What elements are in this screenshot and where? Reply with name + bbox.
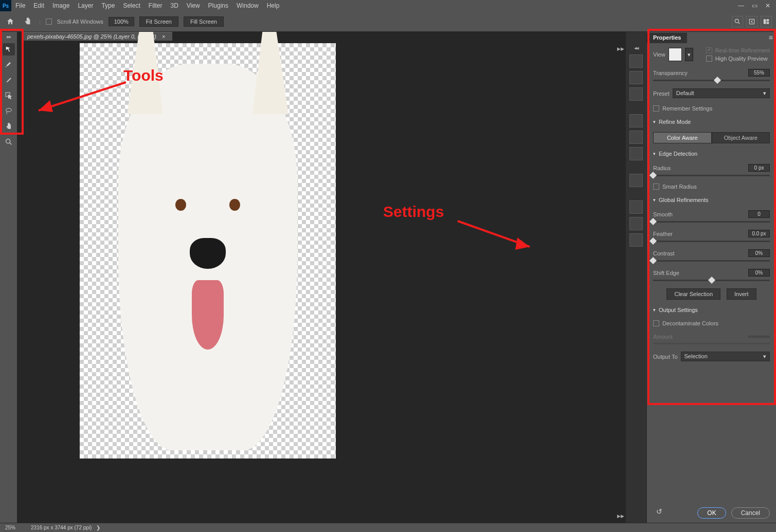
svg-point-6 bbox=[6, 108, 11, 112]
object-selection-tool[interactable] bbox=[3, 89, 15, 102]
collapsed-panel-icon[interactable] bbox=[629, 217, 643, 230]
menu-edit[interactable]: Edit bbox=[29, 0, 48, 11]
view-mode-thumbnail[interactable] bbox=[669, 48, 682, 61]
menu-layer[interactable]: Layer bbox=[74, 0, 97, 11]
amount-value bbox=[748, 336, 770, 338]
menu-3d[interactable]: 3D bbox=[166, 0, 182, 11]
contrast-label: Contrast bbox=[653, 250, 675, 256]
scroll-all-checkbox[interactable] bbox=[46, 19, 52, 25]
cancel-button[interactable]: Cancel bbox=[731, 507, 770, 519]
preset-value: Default bbox=[676, 90, 694, 97]
smooth-slider[interactable] bbox=[653, 221, 770, 223]
expand-tools-icon[interactable]: ▶▶ bbox=[7, 35, 11, 40]
status-zoom[interactable]: 25% bbox=[5, 525, 15, 530]
window-restore-icon[interactable]: ▭ bbox=[750, 2, 759, 10]
view-mode-dropdown[interactable]: ▾ bbox=[685, 48, 693, 61]
contrast-value[interactable]: 0% bbox=[748, 249, 770, 257]
preset-label: Preset bbox=[653, 90, 670, 97]
zoom-percent-field[interactable]: 100% bbox=[109, 17, 134, 26]
menu-view[interactable]: View bbox=[183, 0, 204, 11]
collapsed-panel-icon[interactable] bbox=[629, 131, 643, 144]
radius-slider[interactable] bbox=[653, 175, 770, 176]
hand-tool-icon[interactable] bbox=[22, 15, 34, 28]
menu-file[interactable]: File bbox=[11, 0, 29, 11]
shift-edge-slider[interactable] bbox=[653, 280, 770, 281]
decontaminate-checkbox[interactable] bbox=[653, 320, 659, 326]
smooth-value[interactable]: 0 bbox=[748, 210, 770, 218]
expand-side-icon[interactable]: ◀◀ bbox=[634, 46, 638, 51]
options-bar: | Scroll All Windows 100% Fit Screen Fil… bbox=[0, 11, 776, 32]
output-settings-header[interactable]: ▾Output Settings bbox=[653, 307, 770, 313]
hq-preview-label: High Quality Preview bbox=[715, 56, 768, 62]
collapsed-panel-icon[interactable] bbox=[629, 147, 643, 160]
menu-image[interactable]: Image bbox=[48, 0, 74, 11]
refine-mode-header[interactable]: ▾Refine Mode bbox=[653, 119, 770, 125]
document-viewport[interactable]: pexels-pixabay-46505.jpg @ 25% (Layer 0,… bbox=[17, 32, 626, 523]
transparency-label: Transparency bbox=[653, 70, 688, 76]
collapsed-panel-icon[interactable] bbox=[629, 87, 643, 101]
quick-selection-tool[interactable] bbox=[3, 43, 15, 56]
remember-settings-label: Remember Settings bbox=[662, 105, 712, 112]
clear-selection-button[interactable]: Clear Selection bbox=[666, 288, 720, 300]
svg-rect-4 bbox=[767, 22, 769, 24]
transparency-slider[interactable] bbox=[653, 80, 770, 81]
collapsed-panel-icon[interactable] bbox=[629, 174, 643, 187]
reset-icon[interactable]: ↺ bbox=[653, 507, 662, 519]
collapsed-panel-icon[interactable] bbox=[629, 114, 643, 127]
transparency-value[interactable]: 55% bbox=[748, 69, 770, 77]
shift-edge-value[interactable]: 0% bbox=[748, 269, 770, 277]
amount-slider bbox=[653, 343, 770, 344]
output-to-select[interactable]: Selection▾ bbox=[681, 352, 770, 361]
collapsed-panel-icon[interactable] bbox=[629, 200, 643, 214]
edge-detection-header[interactable]: ▾Edge Detection bbox=[653, 151, 770, 157]
smart-radius-checkbox[interactable] bbox=[653, 184, 659, 190]
global-refinements-label: Global Refinements bbox=[659, 197, 709, 203]
menu-filter[interactable]: Filter bbox=[145, 0, 167, 11]
feather-slider[interactable] bbox=[653, 241, 770, 242]
panel-menu-icon[interactable]: ≡ bbox=[766, 33, 776, 42]
menu-select[interactable]: Select bbox=[119, 0, 144, 11]
close-document-icon[interactable]: × bbox=[162, 33, 165, 40]
share-icon[interactable] bbox=[746, 16, 757, 27]
feather-value[interactable]: 0.0 px bbox=[748, 230, 770, 237]
fill-screen-button[interactable]: Fill Screen bbox=[184, 16, 224, 27]
smart-radius-label: Smart Radius bbox=[662, 184, 697, 190]
svg-point-0 bbox=[735, 19, 738, 23]
radius-label: Radius bbox=[653, 165, 671, 171]
menu-type[interactable]: Type bbox=[97, 0, 119, 11]
collapsed-panel-icon[interactable] bbox=[629, 233, 643, 247]
object-aware-button[interactable]: Object Aware bbox=[712, 132, 770, 143]
invert-button[interactable]: Invert bbox=[727, 288, 756, 300]
smooth-label: Smooth bbox=[653, 211, 673, 217]
collapsed-panel-icon[interactable] bbox=[629, 54, 643, 68]
preset-select[interactable]: Default▾ bbox=[673, 88, 770, 98]
overflow-chevrons-bottom-icon: ▶▶ bbox=[617, 513, 624, 519]
window-close-icon[interactable]: ✕ bbox=[764, 2, 772, 10]
global-refinements-header[interactable]: ▾Global Refinements bbox=[653, 197, 770, 203]
window-minimize-icon[interactable]: — bbox=[737, 2, 745, 10]
hq-preview-checkbox[interactable] bbox=[706, 56, 712, 62]
menu-help[interactable]: Help bbox=[263, 0, 284, 11]
color-aware-button[interactable]: Color Aware bbox=[653, 132, 712, 143]
output-to-label: Output To bbox=[653, 354, 678, 360]
status-menu-chevron-icon[interactable]: ❯ bbox=[96, 525, 100, 530]
search-icon[interactable] bbox=[732, 16, 743, 27]
refine-edge-brush-tool[interactable] bbox=[3, 59, 15, 71]
hand-tool[interactable] bbox=[3, 120, 15, 133]
shift-edge-label: Shift Edge bbox=[653, 270, 679, 276]
radius-value[interactable]: 0 px bbox=[748, 164, 770, 172]
zoom-tool[interactable] bbox=[3, 136, 15, 148]
home-icon[interactable] bbox=[4, 15, 16, 28]
feather-label: Feather bbox=[653, 231, 673, 237]
fit-screen-button[interactable]: Fit Screen bbox=[139, 16, 178, 27]
menu-window[interactable]: Window bbox=[232, 0, 263, 11]
ok-button[interactable]: OK bbox=[697, 507, 726, 519]
properties-tab[interactable]: Properties bbox=[647, 32, 687, 43]
contrast-slider[interactable] bbox=[653, 260, 770, 262]
brush-tool[interactable] bbox=[3, 74, 15, 86]
remember-settings-checkbox[interactable] bbox=[653, 105, 659, 112]
collapsed-panel-icon[interactable] bbox=[629, 71, 643, 84]
workspace-icon[interactable] bbox=[761, 16, 772, 27]
menu-plugins[interactable]: Plugins bbox=[204, 0, 232, 11]
lasso-tool[interactable] bbox=[3, 105, 15, 117]
